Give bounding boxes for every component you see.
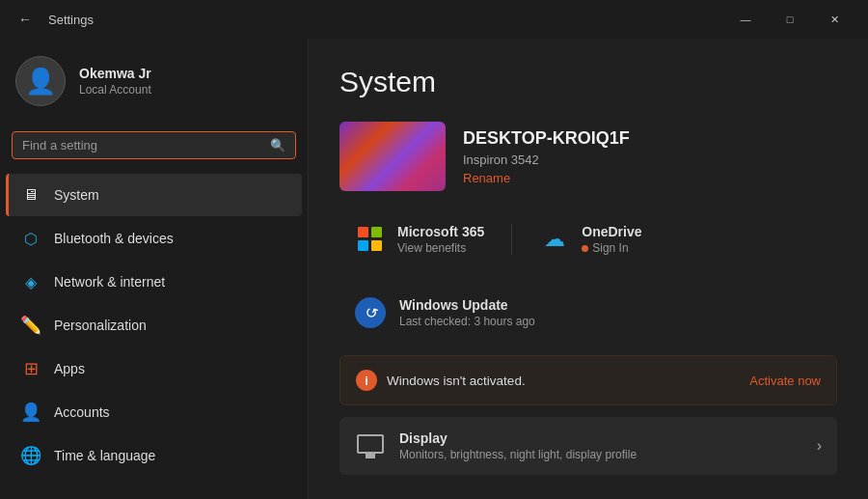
sidebar-label-apps: Apps [54, 361, 85, 376]
update-name: Windows Update [399, 297, 535, 313]
sidebar-label-network: Network & internet [54, 274, 165, 290]
page-title: System [339, 66, 837, 98]
display-icon [355, 430, 386, 461]
monitor-icon [357, 434, 384, 454]
activation-left: i Windows isn't activated. [356, 370, 526, 391]
user-icon: 👤 [25, 67, 56, 97]
services-row: Microsoft 365 View benefits ☁ OneDrive S… [339, 210, 837, 268]
settings-window: ← Settings — □ ✕ 👤 Okemwa Jr Local Accou… [0, 0, 868, 499]
sidebar-label-time: Time & language [54, 448, 155, 463]
rename-link[interactable]: Rename [463, 171, 630, 185]
search-icon: 🔍 [270, 138, 285, 152]
maximize-button[interactable]: □ [768, 4, 812, 35]
update-arrows-icon: ↺ [362, 302, 380, 323]
display-info: Display Monitors, brightness, night ligh… [399, 430, 803, 461]
user-account-type: Local Account [79, 83, 151, 97]
sidebar-item-accounts[interactable]: 👤 Accounts [6, 391, 302, 433]
onedrive-dot [582, 245, 588, 252]
ms365-service[interactable]: Microsoft 365 View benefits [355, 224, 484, 255]
nav-list: 🖥 System ⬡ Bluetooth & devices ◈ Network… [0, 173, 308, 499]
onedrive-cloud-icon: ☁ [544, 227, 565, 252]
device-image [339, 122, 446, 191]
ms365-name: Microsoft 365 [397, 224, 484, 239]
activate-now-button[interactable]: Activate now [749, 374, 821, 388]
sidebar: 👤 Okemwa Jr Local Account 🔍 🖥 System [0, 39, 309, 499]
warning-icon: i [356, 370, 377, 391]
activation-warning: i Windows isn't activated. Activate now [339, 355, 837, 405]
sidebar-item-apps[interactable]: ⊞ Apps [6, 347, 302, 390]
apps-icon: ⊞ [21, 359, 41, 378]
title-bar: ← Settings — □ ✕ [0, 0, 868, 39]
services-divider [511, 224, 512, 255]
personalization-icon: ✏️ [21, 316, 41, 335]
sidebar-label-bluetooth: Bluetooth & devices [54, 231, 174, 246]
accounts-icon: 👤 [21, 402, 41, 422]
ms365-info: Microsoft 365 View benefits [397, 224, 484, 255]
windows-update-row[interactable]: ↺ Windows Update Last checked: 3 hours a… [339, 284, 837, 342]
device-details: DESKTOP-KROIQ1F Inspiron 3542 Rename [463, 128, 630, 185]
sidebar-label-personalization: Personalization [54, 318, 147, 333]
sidebar-item-time[interactable]: 🌐 Time & language [6, 434, 302, 477]
window-controls: — □ ✕ [723, 4, 856, 35]
main-layout: 👤 Okemwa Jr Local Account 🔍 🖥 System [0, 39, 868, 499]
search-input[interactable] [22, 138, 262, 152]
display-row[interactable]: Display Monitors, brightness, night ligh… [339, 417, 837, 475]
update-sub: Last checked: 3 hours ago [399, 315, 535, 328]
search-box: 🔍 [12, 131, 296, 159]
onedrive-info: OneDrive Sign In [582, 224, 641, 255]
monitor-stand [366, 454, 375, 458]
app-title: Settings [48, 13, 94, 27]
device-name: DESKTOP-KROIQ1F [463, 128, 630, 149]
search-container: 🔍 [0, 124, 308, 173]
sidebar-item-bluetooth[interactable]: ⬡ Bluetooth & devices [6, 217, 302, 260]
bluetooth-icon: ⬡ [21, 229, 41, 248]
time-icon: 🌐 [21, 446, 41, 465]
activation-warning-text: Windows isn't activated. [387, 374, 526, 388]
device-model: Inspiron 3542 [463, 152, 630, 167]
onedrive-name: OneDrive [582, 224, 641, 239]
chevron-right-icon: › [817, 437, 822, 455]
device-card: DESKTOP-KROIQ1F Inspiron 3542 Rename [339, 122, 837, 191]
sidebar-label-system: System [54, 187, 99, 203]
sidebar-item-network[interactable]: ◈ Network & internet [6, 261, 302, 303]
update-info: Windows Update Last checked: 3 hours ago [399, 297, 535, 328]
title-bar-left: ← Settings [12, 6, 723, 33]
network-icon: ◈ [21, 272, 41, 291]
ms365-sub: View benefits [397, 241, 484, 255]
user-name: Okemwa Jr [79, 66, 151, 81]
content-area: System DESKTOP-KROIQ1F Inspiron 3542 Ren… [309, 39, 868, 499]
onedrive-service[interactable]: ☁ OneDrive Sign In [539, 224, 641, 255]
onedrive-icon: ☁ [539, 224, 570, 255]
system-icon: 🖥 [21, 185, 41, 205]
device-image-inner [339, 122, 446, 191]
minimize-button[interactable]: — [723, 4, 768, 35]
update-icon: ↺ [355, 297, 386, 328]
onedrive-sub: Sign In [582, 241, 641, 255]
close-button[interactable]: ✕ [812, 4, 856, 35]
user-info: Okemwa Jr Local Account [79, 66, 151, 97]
avatar: 👤 [15, 56, 66, 106]
sidebar-item-system[interactable]: 🖥 System [6, 174, 302, 216]
sidebar-item-personalization[interactable]: ✏️ Personalization [6, 304, 302, 347]
back-button[interactable]: ← [12, 6, 39, 33]
onedrive-sub-text: Sign In [592, 241, 628, 255]
ms365-icon [355, 224, 386, 255]
sidebar-label-accounts: Accounts [54, 404, 110, 420]
display-name: Display [399, 430, 803, 446]
user-profile[interactable]: 👤 Okemwa Jr Local Account [0, 39, 308, 124]
display-sub: Monitors, brightness, night light, displ… [399, 448, 803, 461]
